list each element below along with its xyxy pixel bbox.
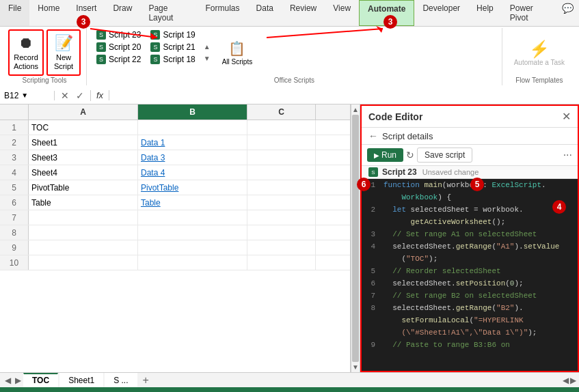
- cell-text: Table: [31, 198, 51, 208]
- cell-b4[interactable]: Data 4: [138, 165, 247, 180]
- row-number: 10: [0, 255, 29, 270]
- cell-c1[interactable]: [247, 120, 316, 135]
- cell-a6[interactable]: Table: [29, 195, 138, 210]
- cell-a3[interactable]: Sheet3: [29, 150, 138, 165]
- cell-c10[interactable]: [247, 255, 316, 270]
- cell-b9[interactable]: [138, 240, 247, 255]
- cell-c6[interactable]: [247, 195, 316, 210]
- cell-b6[interactable]: Table: [138, 195, 247, 210]
- cell-a4[interactable]: Sheet4: [29, 165, 138, 180]
- cell-b1[interactable]: [138, 120, 247, 135]
- script-22-label: Script 22: [109, 55, 141, 64]
- cell-c8[interactable]: [247, 225, 316, 240]
- script-21-item[interactable]: S Script 21: [146, 42, 199, 53]
- tab-draw[interactable]: Draw: [105, 0, 140, 26]
- cell-a2[interactable]: Sheet1: [29, 135, 138, 150]
- tab-home[interactable]: Home: [29, 0, 68, 26]
- more-options-button[interactable]: ···: [563, 149, 572, 161]
- code-editor-close-button[interactable]: ✕: [562, 110, 571, 123]
- tab-nav-left-arrow[interactable]: ◀: [563, 376, 569, 385]
- cell-text: PivotTable: [31, 183, 69, 193]
- row-number: 3: [0, 150, 29, 165]
- cell-link[interactable]: Data 4: [141, 168, 165, 178]
- cell-ref-dropdown-icon[interactable]: ▼: [21, 92, 28, 99]
- cell-b8[interactable]: [138, 225, 247, 240]
- cell-b5[interactable]: PivotTable: [138, 180, 247, 195]
- tab-formulas[interactable]: Formulas: [198, 0, 248, 26]
- cell-link[interactable]: Table: [141, 198, 161, 208]
- refresh-button[interactable]: ↻: [406, 150, 414, 160]
- cell-a1[interactable]: TOC: [29, 120, 138, 135]
- cell-c5[interactable]: [247, 180, 316, 195]
- cell-c7[interactable]: [247, 210, 316, 225]
- code-area[interactable]: 1function main(workbook: ExcelScript. Wo…: [362, 179, 578, 371]
- all-scripts-button[interactable]: 📋 All Scripts: [216, 29, 258, 76]
- cell-a9[interactable]: [29, 240, 138, 255]
- comment-icon[interactable]: 💬: [556, 0, 579, 26]
- script-23-item[interactable]: S Script 23: [92, 29, 145, 40]
- tab-sheet1[interactable]: Sheet1: [59, 373, 103, 387]
- scroll-down-btn[interactable]: ▼: [352, 363, 359, 372]
- cell-link[interactable]: PivotTable: [141, 183, 178, 193]
- cell-b7[interactable]: [138, 210, 247, 225]
- new-script-icon: 📝: [55, 34, 73, 52]
- tab-nav-right-arrow[interactable]: ▶: [570, 376, 576, 385]
- tab-automate[interactable]: Automate: [359, 0, 414, 26]
- new-script-button[interactable]: 📝 NewScript: [46, 29, 81, 76]
- save-script-button[interactable]: Save script: [417, 148, 472, 163]
- record-icon: ⏺: [18, 34, 33, 52]
- script-20-item[interactable]: S Script 20: [92, 42, 145, 53]
- script-18-item[interactable]: S Script 18: [146, 54, 199, 65]
- tab-page-layout[interactable]: Page Layout: [140, 0, 197, 26]
- tab-scroll-right[interactable]: ▶: [13, 376, 23, 385]
- scroll-thumb[interactable]: [352, 115, 359, 362]
- code-editor-panel: Code Editor ✕ ← Script details ▶ Run ↻ S…: [360, 104, 579, 372]
- nav-back-button[interactable]: ←: [368, 130, 378, 141]
- tab-help[interactable]: Help: [468, 0, 502, 26]
- script-22-item[interactable]: S Script 22: [92, 54, 145, 65]
- cell-link[interactable]: Data 3: [141, 153, 165, 163]
- cell-a5[interactable]: PivotTable: [29, 180, 138, 195]
- tab-view[interactable]: View: [325, 0, 359, 26]
- scroll-down-arrow[interactable]: ▼: [202, 53, 212, 64]
- cell-c2[interactable]: [247, 135, 316, 150]
- cell-link[interactable]: Data 1: [141, 138, 165, 148]
- tab-toc[interactable]: TOC: [23, 373, 58, 387]
- tab-s-more[interactable]: S ...: [105, 373, 137, 387]
- scripting-tools-label: Scripting Tools: [3, 76, 86, 84]
- flow-templates-label: Flow Templates: [502, 76, 576, 84]
- automate-task-button[interactable]: ⚡ Automate a Task: [508, 29, 571, 76]
- row-number: 7: [0, 210, 29, 225]
- script-19-item[interactable]: S Script 19: [146, 29, 199, 40]
- tab-developer[interactable]: Developer: [414, 0, 468, 26]
- formula-input[interactable]: [109, 91, 579, 100]
- scripts-scroll[interactable]: ▲ ▼: [201, 42, 213, 64]
- tab-data[interactable]: Data: [248, 0, 282, 26]
- vertical-scrollbar[interactable]: ▲ ▼: [351, 104, 360, 372]
- add-sheet-button[interactable]: +: [139, 373, 153, 388]
- tab-file[interactable]: File: [0, 0, 29, 26]
- cell-a8[interactable]: [29, 225, 138, 240]
- tab-power-pivot[interactable]: Power Pivot: [502, 0, 556, 26]
- cell-reference[interactable]: B12 ▼: [0, 91, 55, 100]
- script-21-icon: S: [150, 42, 160, 52]
- cancel-formula-button[interactable]: ✕: [59, 90, 71, 101]
- tab-insert[interactable]: Insert: [68, 0, 105, 26]
- scroll-up-btn[interactable]: ▲: [352, 104, 359, 113]
- cell-b2[interactable]: Data 1: [138, 135, 247, 150]
- formula-bar: B12 ▼ ✕ ✓ fx: [0, 87, 579, 104]
- confirm-formula-button[interactable]: ✓: [74, 90, 86, 101]
- cell-c4[interactable]: [247, 165, 316, 180]
- tab-scroll-left[interactable]: ◀: [3, 376, 13, 385]
- cell-a10[interactable]: [29, 255, 138, 270]
- record-actions-button[interactable]: ⏺ RecordActions: [8, 29, 44, 76]
- scroll-up-arrow[interactable]: ▲: [202, 42, 212, 52]
- cell-b3[interactable]: Data 3: [138, 150, 247, 165]
- cell-b10[interactable]: [138, 255, 247, 270]
- table-row: 8: [0, 225, 350, 240]
- run-button[interactable]: ▶ Run: [367, 148, 403, 162]
- tab-review[interactable]: Review: [282, 0, 325, 26]
- cell-a7[interactable]: [29, 210, 138, 225]
- cell-c3[interactable]: [247, 150, 316, 165]
- cell-c9[interactable]: [247, 240, 316, 255]
